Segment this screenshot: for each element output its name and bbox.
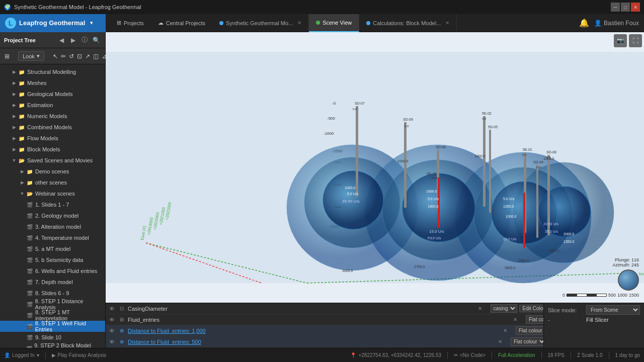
scene-icon: 🎬 <box>26 201 33 208</box>
tree-item-step1mt[interactable]: 🎬 8. STEP 1 MT interpretation <box>0 310 105 321</box>
logo-dropdown-button[interactable]: ▾ <box>90 20 93 26</box>
svg-text:3000.0: 3000.0 <box>548 249 559 252</box>
svg-text:35.0 U/s: 35.0 U/s <box>545 230 558 233</box>
cursor-tool-button[interactable]: ↖ <box>52 50 58 62</box>
tab-scene-view[interactable]: Scene View <box>309 14 359 32</box>
svg-text:15.0 U/s: 15.0 U/s <box>429 229 444 234</box>
svg-text:1350.0: 1350.0 <box>503 205 514 208</box>
fps-status: 18 FPS <box>548 352 565 358</box>
visibility-toggle-dist1000[interactable]: 👁 <box>108 328 116 334</box>
user-button[interactable]: 👤 Bastien Foux <box>594 20 639 27</box>
status-sep3 <box>492 352 492 359</box>
layer-name-dist500[interactable]: Distance to Fluid_entries: 500 <box>128 339 495 345</box>
sidebar-back-button[interactable]: ◀ <box>56 35 66 45</box>
visibility-toggle-casing[interactable]: 👁 <box>108 306 116 312</box>
rotate-tool-button[interactable]: ↺ <box>68 50 74 62</box>
tree-item-seismicity[interactable]: 🎬 5. b Seismicity data <box>0 254 105 265</box>
minimize-button[interactable]: ─ <box>611 3 620 12</box>
tree-item-structural[interactable]: ▶ 📁 Structural Modelling <box>0 66 105 77</box>
tree-item-flow[interactable]: ▶ 📁 Flow Models <box>0 133 105 144</box>
central-projects-nav-button[interactable]: ☁ Central Projects <box>151 14 212 32</box>
layer-name-dist1000[interactable]: Distance to Fluid_entries: 1,000 <box>128 328 500 334</box>
tree-item-demo[interactable]: ▶ 📁 Demo scenes <box>0 166 105 177</box>
slice-mode-select[interactable]: From Scene <box>586 305 640 315</box>
tree-item-block[interactable]: ▶ 📁 Block Models <box>0 144 105 155</box>
scene-mode-button[interactable]: ⊞ <box>4 50 10 62</box>
remove-dist1000[interactable]: ✕ <box>502 328 509 333</box>
tree-item-webinar[interactable]: ▼ 📂 Webinar scenes <box>0 188 105 199</box>
login-status[interactable]: 👤 Logged In ▾ <box>4 352 39 358</box>
visibility-toggle-fluid[interactable]: 👁 <box>108 317 116 323</box>
arrow-out-button[interactable]: ↗ <box>85 50 91 62</box>
tree-item-temperature[interactable]: 🎬 4. Temperature model <box>0 232 105 243</box>
play-analysis-status[interactable]: ▶ Play Fairway Analysis <box>52 352 107 358</box>
view-settings-button[interactable]: ⛶ <box>629 34 642 47</box>
visibility-toggle-dist500[interactable]: 👁 <box>108 339 116 345</box>
tab-close-icon[interactable]: ✕ <box>297 20 301 26</box>
sidebar-info-button[interactable]: ⓘ <box>79 35 90 45</box>
look-button[interactable]: Look ▾ <box>18 51 44 61</box>
svg-text:1800.0: 1800.0 <box>428 205 439 208</box>
layer-icon-dist500: ⊕ <box>118 339 126 344</box>
folder-icon: 📁 <box>18 90 25 98</box>
projects-nav-button[interactable]: ⊞ Projects <box>110 14 151 32</box>
tree-item-numeric[interactable]: ▶ 📁 Numeric Models <box>0 111 105 122</box>
tab-synthetic[interactable]: Synthetic Geothermal Mo... ✕ <box>212 14 309 32</box>
dist500-type-select[interactable]: Flat colour <box>511 337 546 346</box>
sidebar-forward-button[interactable]: ▶ <box>68 35 78 45</box>
svg-text:1900.0: 1900.0 <box>426 190 437 193</box>
viewport-toolbar: 📷 ⛶ <box>614 34 642 47</box>
remove-dist500[interactable]: ✕ <box>497 339 504 344</box>
slice-button[interactable]: ◫ <box>93 50 99 62</box>
tree-item-saved-scenes[interactable]: ▼ 📂 Saved Scenes and Movies <box>0 155 105 166</box>
layer-type-icon: ⊡ <box>118 306 126 311</box>
camera-button[interactable]: 📷 <box>614 34 627 47</box>
tree-item-geology[interactable]: 🎬 2. Geology model <box>0 210 105 221</box>
expand-icon-expanded: ▼ <box>18 190 26 198</box>
expand-icon: ▶ <box>10 123 18 131</box>
viewport[interactable]: East (X) +2819000 +2820000 +2821000 +282… <box>106 32 644 303</box>
look-dropdown-icon: ▾ <box>37 53 40 59</box>
tab-dot <box>219 21 223 25</box>
casing-type-select[interactable]: casing <box>491 304 517 313</box>
svg-text:SD-04: SD-04 <box>533 160 543 164</box>
svg-text:5D-05: 5D-05 <box>488 125 498 129</box>
scene-icon: 🎬 <box>26 256 33 263</box>
svg-text:0.0: 0.0 <box>353 108 357 111</box>
tree-item-wells[interactable]: 🎬 6. Wells and Fluid entries <box>0 265 105 277</box>
svg-rect-53 <box>523 193 525 248</box>
tree-item-geological[interactable]: ▶ 📁 Geological Models <box>0 88 105 100</box>
remove-layer-fluid[interactable]: ✕ <box>512 317 519 322</box>
svg-text:5.0 U/s: 5.0 U/s <box>428 197 439 201</box>
tree-item-slides6[interactable]: 🎬 8. Slides 6 - 9 <box>0 288 105 299</box>
close-button[interactable]: ✕ <box>631 3 640 12</box>
svg-text:5.0 U/s: 5.0 U/s <box>503 197 515 201</box>
folder-icon: 📁 <box>26 168 33 175</box>
tree-item-meshes[interactable]: ▶ 📁 Meshes <box>0 77 105 88</box>
tree-item-slide9[interactable]: 🎬 9. Slide 10 <box>0 332 105 343</box>
notifications-button[interactable]: 🔔 <box>579 18 589 28</box>
tree-item-depth[interactable]: 🎬 7. Depth model <box>0 277 105 288</box>
maximize-button[interactable]: □ <box>621 3 630 12</box>
tree-item-estimation[interactable]: ▶ 📁 Estimation <box>0 100 105 111</box>
title-icon: 🌍 <box>4 4 11 11</box>
tree-item-mt[interactable]: 🎬 5. a MT model <box>0 243 105 254</box>
tree-item-alteration[interactable]: 🎬 3. Alteration model <box>0 221 105 232</box>
tree-item-combined[interactable]: ▶ 📁 Combined Models <box>0 122 105 133</box>
tab-close-calc-icon[interactable]: ✕ <box>445 20 449 26</box>
svg-text:1000.0: 1000.0 <box>474 154 486 158</box>
tree-item-slide1[interactable]: 🎬 1. Slides 1 - 7 <box>0 199 105 210</box>
remove-layer-casing[interactable]: ✕ <box>476 306 484 311</box>
window-controls: ─ □ ✕ <box>611 3 640 12</box>
scale-tool-button[interactable]: ⊡ <box>76 50 83 62</box>
tree-item-other[interactable]: ▶ 📁 other scenes <box>0 177 105 188</box>
layer-name-fluid: Fluid_entries <box>128 317 510 323</box>
tab-calculations[interactable]: Calculations: Block Model... ✕ <box>359 14 457 32</box>
tree-item-step1dist[interactable]: 🎬 8. STEP 1 Distance Analysis <box>0 299 105 310</box>
svg-rect-39 <box>483 116 486 207</box>
svg-text:2000.0: 2000.0 <box>564 232 575 236</box>
tree-item-step1well[interactable]: 🎬 8. STEP 1 Well Fluid Entries <box>0 321 105 332</box>
main-area: Project Tree ◀ ▶ ⓘ 🔍 ⊞ Look ▾ ↖ ✏ ↺ ⊡ ↗ … <box>0 32 644 362</box>
pencil-tool-button[interactable]: ✏ <box>60 50 66 62</box>
sidebar-search-button[interactable]: 🔍 <box>91 35 101 45</box>
